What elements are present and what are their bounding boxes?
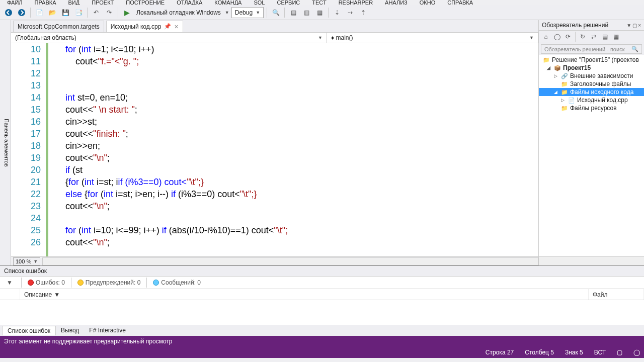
menu-project[interactable]: ПРОЕКТ <box>87 0 119 5</box>
tree-source-file[interactable]: ▷📄Исходный код.cpp <box>539 96 644 104</box>
menu-analyze[interactable]: АНАЛИЗ <box>380 0 413 5</box>
solution-h-scrollbar[interactable] <box>539 256 644 265</box>
editor-tabbar: Microsoft.CppCommon.targets Исходный код… <box>11 20 538 32</box>
scope-global-dropdown[interactable]: (Глобальная область)▼ <box>11 33 327 43</box>
menu-resharper[interactable]: RESHARPER <box>334 0 378 5</box>
tab-output[interactable]: Вывод <box>56 326 84 335</box>
toolbox-sidetab[interactable]: Панель элементов <box>0 20 11 265</box>
properties-icon[interactable]: ▤ <box>600 32 610 42</box>
error-col-file[interactable]: Файл <box>589 289 644 300</box>
code-text[interactable]: for (int i=1; i<=10; i++) cout<"f.="<"g.… <box>48 43 538 256</box>
file-tab-label: Исходный код.cpp <box>111 23 162 30</box>
redo-button[interactable]: ↷ <box>104 7 115 18</box>
save-button[interactable]: 💾 <box>60 7 71 18</box>
panel-close-icon[interactable]: × <box>638 23 641 28</box>
svg-point-0 <box>5 9 12 16</box>
sort-icon: ▼ <box>54 291 60 298</box>
tree-resource-files[interactable]: 📁Файлы ресурсов <box>539 104 644 112</box>
menubar: ФАЙЛ ПРАВКА ВИД ПРОЕКТ ПОСТРОЕНИЕ ОТЛАДК… <box>0 0 644 5</box>
solution-search[interactable]: Обозреватель решений - поиск 🔍 <box>541 44 642 54</box>
step-out-button[interactable]: ⇡ <box>358 7 369 18</box>
filter-icon[interactable]: ▼ <box>4 277 15 288</box>
menu-test[interactable]: ТЕСТ <box>307 0 331 5</box>
scope-bar: (Глобальная область)▼ ♦ main()▼ <box>11 32 538 43</box>
main-area: Панель элементов Microsoft.CppCommon.tar… <box>0 20 644 265</box>
menu-help[interactable]: СПРАВКА <box>442 0 478 5</box>
file-tab-targets[interactable]: Microsoft.CppCommon.targets <box>13 21 104 32</box>
collapse-icon[interactable]: ⇄ <box>589 32 599 42</box>
error-table-body[interactable] <box>0 300 644 325</box>
menu-view[interactable]: ВИД <box>63 0 85 5</box>
panel-dropdown-icon[interactable]: ▼ <box>626 23 631 28</box>
nav-back-button[interactable] <box>3 7 14 18</box>
error-table-header: Описание ▼ Файл <box>0 289 644 300</box>
start-debug-button[interactable]: ▶ <box>121 7 132 18</box>
menu-sql[interactable]: SQL <box>249 0 270 5</box>
save-all-button[interactable]: 📑 <box>73 7 84 18</box>
menu-team[interactable]: КОМАНДА <box>209 0 247 5</box>
status-message-bar: Этот элемент не поддерживает предварител… <box>0 336 644 347</box>
search-icon: 🔍 <box>631 46 638 52</box>
comment-button[interactable]: ▤ <box>288 7 299 18</box>
file-tab-source[interactable]: Исходный код.cpp 📌 × <box>106 21 183 32</box>
editor-column: Microsoft.CppCommon.targets Исходный код… <box>11 20 538 265</box>
menu-debug[interactable]: ОТЛАДКА <box>172 0 207 5</box>
error-col-description[interactable]: Описание ▼ <box>20 289 589 300</box>
tree-project[interactable]: ◢📦Проект15 <box>539 64 644 72</box>
solution-explorer: Обозреватель решений ▼ ▢ × ⌂ ◯ ⟳ ↻ ⇄ ▤ ▦… <box>538 20 644 265</box>
messages-count-button[interactable]: Сообщений: 0 <box>153 279 201 286</box>
menu-build[interactable]: ПОСТРОЕНИЕ <box>121 0 170 5</box>
sync-icon[interactable]: ⟳ <box>563 32 573 42</box>
menu-window[interactable]: ОКНО <box>415 0 440 5</box>
find-button[interactable]: 🔍 <box>270 7 281 18</box>
debugger-target-label[interactable]: Локальный отладчик Windows <box>134 9 223 16</box>
menu-edit[interactable]: ПРАВКА <box>30 0 61 5</box>
step-over-button[interactable]: ⇢ <box>345 7 356 18</box>
step-into-button[interactable]: ⇣ <box>332 7 343 18</box>
chevron-down-icon[interactable]: ▼ <box>225 10 229 15</box>
notifications-icon[interactable]: ▢ <box>617 349 622 356</box>
error-list-title: Список ошибок <box>0 266 644 276</box>
open-file-button[interactable]: 📂 <box>47 7 58 18</box>
zoom-dropdown[interactable]: 100 %▼ <box>13 257 40 265</box>
code-editor[interactable]: 1011121314151617181920212223242526 for (… <box>11 43 538 256</box>
tree-source-files[interactable]: ◢📁Файлы исходного кода <box>539 88 644 96</box>
scope-function-dropdown[interactable]: ♦ main()▼ <box>327 33 538 43</box>
bottom-tabs: Список ошибок Вывод F# Interactive <box>0 325 644 336</box>
status-insert-mode: ВСТ <box>594 349 606 356</box>
undo-button[interactable]: ↶ <box>91 7 102 18</box>
warnings-count-button[interactable]: Предупреждений: 0 <box>77 279 141 286</box>
panel-title: Обозреватель решений <box>542 22 608 29</box>
back-icon[interactable]: ◯ <box>552 32 562 42</box>
pin-icon[interactable]: 📌 <box>164 23 171 30</box>
home-icon[interactable]: ⌂ <box>541 32 551 42</box>
menu-file[interactable]: ФАЙЛ <box>2 0 28 5</box>
uncomment-button[interactable]: ▥ <box>301 7 312 18</box>
tab-fsharp[interactable]: F# Interactive <box>84 326 131 335</box>
error-col-icon[interactable] <box>0 289 20 300</box>
file-tab-label: Microsoft.CppCommon.targets <box>18 23 100 30</box>
refresh-icon[interactable]: ↻ <box>578 32 588 42</box>
solution-tree: 📁Решение "Проект15" (проектов ◢📦Проект15… <box>539 55 644 256</box>
tab-error-list[interactable]: Список ошибок <box>2 326 56 335</box>
error-list-toolbar: ▼ Ошибок: 0 Предупреждений: 0 Сообщений:… <box>0 276 644 289</box>
panel-pin-icon[interactable]: ▢ <box>632 23 637 28</box>
bookmark-button[interactable]: ▦ <box>314 7 325 18</box>
config-dropdown[interactable]: Debug▼ <box>231 7 264 18</box>
svg-point-1 <box>18 9 25 16</box>
menu-tools[interactable]: СЕРВИС <box>272 0 305 5</box>
feedback-icon[interactable]: ◯ <box>633 349 640 356</box>
close-icon[interactable]: × <box>174 23 178 31</box>
new-project-button[interactable]: 📄 <box>34 7 45 18</box>
status-column: Столбец 5 <box>525 349 554 356</box>
errors-count-button[interactable]: Ошибок: 0 <box>28 279 65 286</box>
error-list-panel: Список ошибок ▼ Ошибок: 0 Предупреждений… <box>0 265 644 336</box>
solution-toolbar: ⌂ ◯ ⟳ ↻ ⇄ ▤ ▦ <box>539 31 644 43</box>
tree-header-files[interactable]: 📁Заголовочные файлы <box>539 80 644 88</box>
nav-forward-button[interactable] <box>16 7 27 18</box>
solution-explorer-header: Обозреватель решений ▼ ▢ × <box>539 20 644 31</box>
show-all-icon[interactable]: ▦ <box>611 32 621 42</box>
tree-solution-root[interactable]: 📁Решение "Проект15" (проектов <box>539 56 644 64</box>
horizontal-scrollbar[interactable] <box>42 257 538 265</box>
tree-external-deps[interactable]: ▷🔗Внешние зависимости <box>539 72 644 80</box>
